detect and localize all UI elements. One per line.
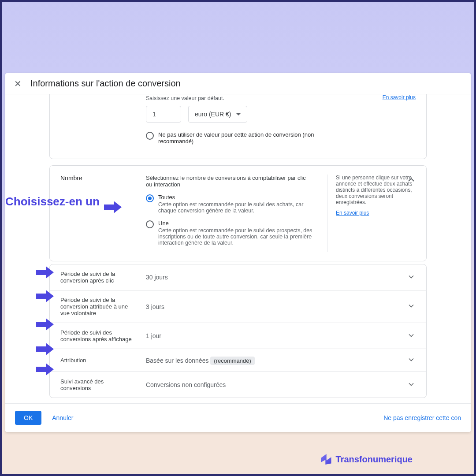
chevron-down-icon [407, 380, 416, 390]
arrow-icon [36, 318, 54, 331]
setting-value: Conversions non configurées [146, 381, 396, 388]
chevron-down-icon [236, 113, 241, 115]
value-card: Saisissez une valeur par défaut. 1 euro … [49, 94, 427, 159]
arrow-icon [36, 290, 54, 302]
brand: Transfonumerique [321, 454, 413, 465]
arrow-icon [36, 266, 54, 279]
setting-row-attribution[interactable]: Attribution Basée sur les données (recom… [49, 349, 427, 372]
panel-content: Saisissez une valeur par défaut. 1 euro … [5, 94, 471, 403]
chevron-down-icon [407, 331, 416, 341]
setting-label: Attribution [60, 357, 135, 364]
arrow-icon [104, 201, 122, 213]
default-value-input[interactable]: 1 [146, 106, 181, 123]
panel-header: ✕ Informations sur l'action de conversio… [5, 73, 471, 94]
currency-select[interactable]: euro (EUR €) [188, 106, 247, 123]
setting-row-engaged-view[interactable]: Période de suivi de la conversion attrib… [49, 290, 427, 323]
radio-count-all[interactable] [146, 194, 154, 202]
setting-row-enhanced-conv[interactable]: Suivi avancé des conversions Conversions… [49, 372, 427, 398]
panel-title: Informations sur l'action de conversion [30, 78, 181, 89]
default-value-prompt: Saisissez une valeur par défaut. [146, 95, 323, 101]
setting-label: Période de suivi de la conversion après … [60, 271, 135, 284]
count-one-desc: Cette option est recommandée pour le sui… [158, 227, 312, 246]
count-help-text: Si une personne clique sur votre annonce… [336, 175, 416, 205]
close-icon[interactable]: ✕ [14, 79, 22, 88]
count-all-label: Toutes [158, 194, 312, 201]
annotation-choose-one: Choisissez-en un [5, 195, 100, 208]
radio-count-one[interactable] [146, 220, 154, 228]
setting-label: Suivi avancé des conversions [60, 378, 135, 391]
chevron-down-icon [407, 272, 416, 283]
panel-footer: OK Annuler Ne pas enregistrer cette con [5, 403, 471, 432]
setting-value: 3 jours [146, 303, 396, 310]
arrow-icon [36, 343, 54, 355]
brand-logo-icon [321, 454, 331, 465]
count-one-label: Une [158, 220, 312, 227]
count-prompt: Sélectionnez le nombre de conversions à … [146, 175, 312, 188]
settings-list: Période de suivi de la conversion après … [49, 264, 427, 398]
setting-label: Période de suivi des conversions après a… [60, 329, 135, 342]
dont-save-link[interactable]: Ne pas enregistrer cette con [383, 414, 461, 421]
setting-row-click-window[interactable]: Période de suivi de la conversion après … [49, 264, 427, 290]
count-title: Nombre [60, 175, 135, 182]
learn-more-link[interactable]: En savoir plus [383, 94, 416, 100]
value-help: En savoir plus [327, 94, 416, 151]
arrow-icon [36, 363, 54, 376]
radio-no-value[interactable] [146, 132, 154, 140]
chevron-down-icon [407, 301, 416, 312]
setting-row-view-through[interactable]: Période de suivi des conversions après a… [49, 323, 427, 349]
count-all-desc: Cette option est recommandée pour le sui… [158, 201, 312, 214]
ok-button[interactable]: OK [15, 411, 41, 425]
setting-value: Basée sur les données (recommandé) [146, 357, 396, 364]
chevron-down-icon [407, 355, 416, 365]
currency-label: euro (EUR €) [195, 111, 231, 118]
learn-more-link[interactable]: En savoir plus [336, 210, 369, 216]
cancel-button[interactable]: Annuler [52, 414, 73, 421]
setting-value: 30 jours [146, 274, 396, 281]
brand-name: Transfonumerique [336, 454, 413, 465]
setting-value: 1 jour [146, 332, 396, 339]
recommended-badge: (recommandé) [210, 357, 255, 365]
setting-label: Période de suivi de la conversion attrib… [60, 297, 135, 316]
conversion-settings-panel: ✕ Informations sur l'action de conversio… [5, 73, 471, 432]
value-card-body: Saisissez une valeur par défaut. 1 euro … [146, 94, 327, 151]
chevron-up-icon[interactable] [406, 175, 416, 185]
no-value-label: Ne pas utiliser de valeur pour cette act… [158, 131, 323, 145]
